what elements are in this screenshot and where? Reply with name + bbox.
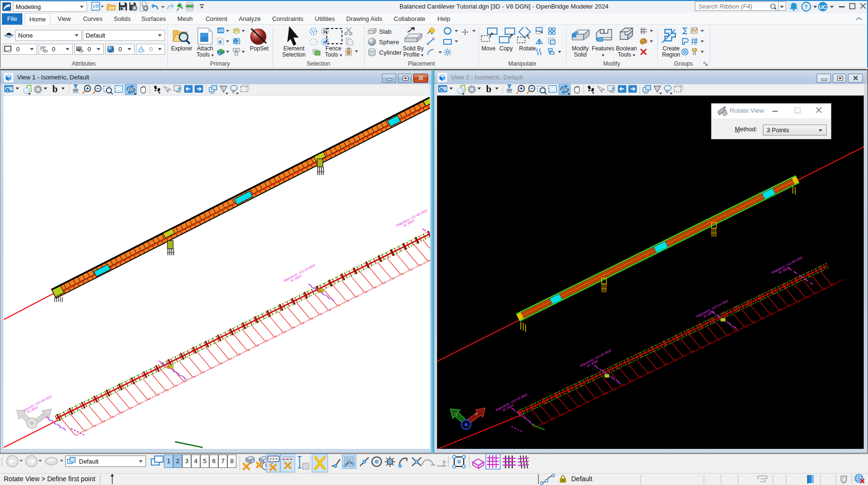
svg-text:UC: UC <box>819 4 827 10</box>
svg-text:i: i <box>235 39 236 44</box>
svg-text:V8: V8 <box>92 3 99 9</box>
svg-text:?: ? <box>804 3 808 10</box>
svg-text:i: i <box>219 52 220 55</box>
